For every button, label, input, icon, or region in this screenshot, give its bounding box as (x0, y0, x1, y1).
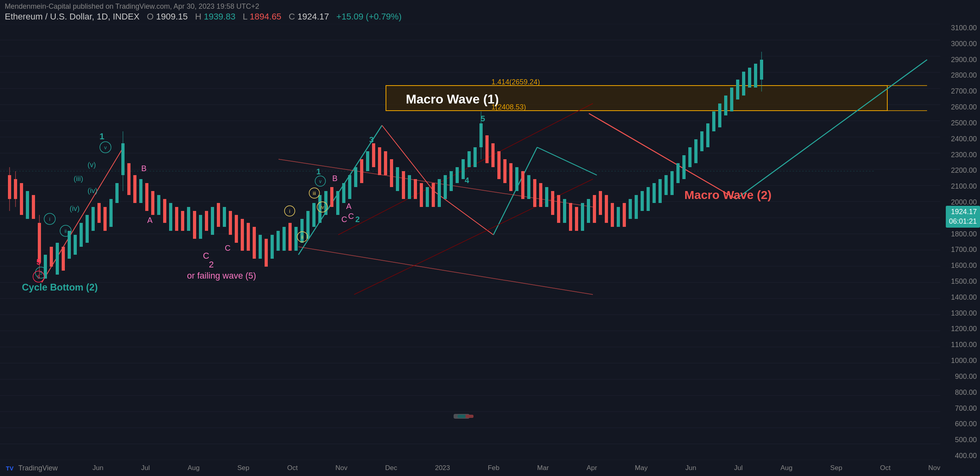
svg-rect-89 (342, 183, 345, 203)
svg-rect-128 (569, 203, 572, 231)
low-value: 1894.65 (250, 12, 282, 21)
svg-rect-146 (676, 163, 680, 183)
price-900: 900.00 (955, 373, 977, 381)
price-400: 400.00 (955, 452, 977, 460)
svg-rect-99 (402, 171, 405, 199)
symbol: Ethereum / U.S. Dollar, 1D, INDEX (5, 12, 140, 21)
svg-rect-145 (670, 171, 674, 195)
main-chart: i ii 5 5 5 1 v (iii) (v) (iv) (iv) B B A… (0, 24, 940, 460)
price-1800: 1800.00 (951, 230, 977, 238)
svg-rect-102 (420, 183, 423, 207)
svg-rect-135 (611, 203, 614, 227)
price-2800: 2800.00 (951, 71, 977, 80)
svg-rect-149 (694, 139, 697, 163)
svg-rect-38 (44, 255, 47, 279)
price-scale: 3100.00 3000.00 2900.00 2800.00 2700.00 … (940, 24, 980, 460)
tv-logo: T V TradingView (5, 462, 58, 474)
svg-rect-158 (748, 68, 751, 88)
svg-rect-93 (366, 151, 369, 171)
svg-rect-56 (145, 183, 148, 211)
svg-rect-134 (605, 195, 608, 223)
svg-rect-108 (456, 167, 459, 183)
svg-rect-70 (229, 211, 232, 235)
wave3-label: 3 (369, 135, 374, 144)
svg-text:iv: iv (321, 205, 324, 210)
svg-rect-131 (587, 199, 590, 223)
svg-rect-35 (32, 195, 35, 219)
svg-rect-55 (139, 179, 142, 203)
svg-rect-46 (92, 207, 95, 231)
price-600: 600.00 (955, 420, 977, 428)
svg-rect-44 (80, 223, 83, 247)
svg-rect-50 (115, 183, 119, 203)
or-failing-label-3: or failing wave (5) (187, 271, 256, 281)
svg-rect-138 (629, 199, 632, 219)
svg-rect-59 (163, 199, 166, 223)
svg-rect-60 (169, 203, 172, 231)
svg-rect-148 (688, 147, 692, 167)
bottom-bar: T V TradingView Jun Jul Aug Sep Oct Nov … (0, 460, 980, 476)
svg-rect-63 (187, 207, 190, 231)
b-label-1: B (141, 164, 146, 173)
cycle-bottom-label: Cycle Bottom (2) (22, 282, 98, 293)
time-jun2: Jun (686, 464, 696, 472)
svg-rect-127 (563, 199, 566, 223)
price-1700: 1700.00 (951, 246, 977, 254)
current-price-badge: 1924.17 06:01:21 (946, 206, 980, 228)
svg-rect-64 (193, 211, 196, 239)
svg-text:V: V (10, 465, 14, 472)
or-failing-label-2: 2 (209, 259, 214, 269)
price-800: 800.00 (955, 388, 977, 397)
svg-rect-114 (485, 135, 489, 163)
wave-5-label: 5 (36, 258, 41, 266)
svg-rect-104 (432, 183, 435, 207)
svg-rect-163 (458, 415, 466, 418)
svg-rect-150 (700, 131, 703, 151)
svg-rect-107 (450, 171, 453, 191)
svg-rect-125 (551, 191, 554, 215)
a-label-2: A (346, 202, 352, 211)
svg-rect-34 (26, 191, 29, 219)
time-oct2: Oct (880, 464, 890, 472)
time-jul2: Jul (734, 464, 743, 472)
svg-rect-157 (742, 72, 745, 96)
svg-rect-139 (635, 195, 638, 219)
svg-rect-164 (466, 415, 473, 418)
high-value: 1939.83 (204, 12, 236, 21)
time-jun: Jun (93, 464, 103, 472)
svg-rect-137 (623, 203, 626, 227)
svg-text:ii: ii (301, 234, 303, 240)
svg-rect-129 (575, 207, 578, 231)
svg-rect-47 (97, 203, 101, 223)
svg-rect-118 (509, 163, 512, 191)
svg-rect-124 (545, 187, 548, 207)
svg-rect-120 (521, 171, 524, 199)
svg-rect-126 (557, 195, 560, 223)
wave-v-label: (v) (88, 161, 96, 169)
svg-rect-101 (414, 179, 417, 199)
macro-wave-2-text: Macro Wave (2) (684, 188, 772, 201)
top-bar: Mendenmein-Capital published on TradingV… (0, 0, 980, 24)
svg-rect-116 (497, 151, 501, 179)
svg-rect-67 (211, 207, 214, 235)
open-value: 1909.15 (156, 12, 188, 21)
close-label: C (288, 12, 295, 21)
svg-rect-141 (647, 187, 650, 211)
price-1100: 1100.00 (951, 341, 977, 349)
svg-rect-133 (599, 191, 602, 215)
time-aug2: Aug (780, 464, 792, 472)
svg-rect-84 (312, 203, 316, 227)
wave2-label: 2 (355, 215, 360, 224)
svg-rect-136 (617, 207, 620, 227)
symbol-line: Ethereum / U.S. Dollar, 1D, INDEX O 1909… (5, 12, 975, 22)
svg-rect-96 (384, 151, 387, 175)
svg-text:v: v (319, 179, 321, 184)
wave-i-text: i (49, 216, 51, 222)
svg-rect-144 (664, 175, 668, 195)
svg-text:iii: iii (313, 191, 316, 196)
svg-rect-153 (718, 103, 721, 127)
chart-svg: i ii 5 5 5 1 v (iii) (v) (iv) (iv) B B A… (0, 24, 940, 460)
price-500: 500.00 (955, 436, 977, 444)
price-2100: 2100.00 (951, 182, 977, 191)
svg-rect-78 (277, 231, 280, 251)
